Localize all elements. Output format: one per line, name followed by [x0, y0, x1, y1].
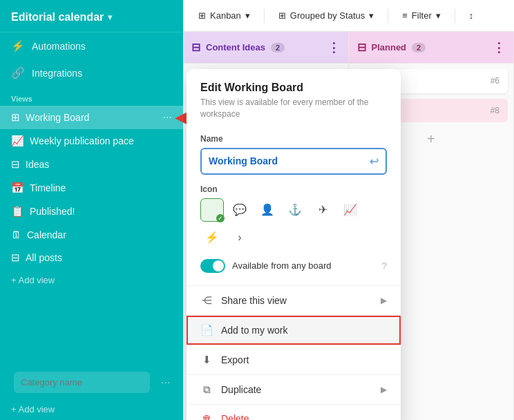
input-check-icon[interactable]: ↩ — [363, 149, 386, 173]
icon-btn-comment[interactable]: 💬 — [228, 198, 251, 222]
icon-label: Icon — [200, 184, 387, 194]
icon-btn-chart[interactable]: 📈 — [339, 198, 362, 222]
grid-icon: ⊟ — [11, 158, 20, 171]
delete-label: Delete — [221, 413, 249, 420]
sidebar-item-timeline[interactable]: 📅 Timeline — [0, 176, 183, 200]
available-toggle[interactable] — [200, 259, 225, 273]
sidebar-item-label: Automations — [32, 41, 86, 52]
modal-overlay: Edit Working Board This view is availabl… — [183, 0, 514, 420]
modal-header: Edit Working Board This view is availabl… — [187, 69, 401, 124]
duplicate-icon: ⧉ — [200, 383, 213, 396]
chevron-down-icon: ▾ — [108, 12, 112, 22]
integrations-icon: 🔗 — [11, 66, 25, 79]
edit-working-board-modal: Edit Working Board This view is availabl… — [187, 69, 401, 420]
sidebar: Editorial calendar ▾ ⚡ Automations 🔗 Int… — [0, 0, 183, 420]
share-label: Share this view — [221, 295, 287, 306]
sidebar-view-label: Working Board — [26, 112, 89, 123]
name-input-row: ↩ — [200, 148, 387, 175]
icon-btn-anchor[interactable]: ⚓ — [283, 198, 307, 222]
sidebar-item-weekly[interactable]: 📈 Weekly publication pace — [0, 129, 183, 153]
share-view-menu-item[interactable]: ⋲ Share this view ▶ — [187, 286, 401, 315]
icon-btn-bolt[interactable]: ⚡ — [200, 226, 224, 249]
modal-subtitle: This view is available for every member … — [200, 97, 387, 120]
person-icon: 👤 — [260, 203, 274, 216]
bolt-icon: ⚡ — [205, 231, 219, 244]
comment-icon: 💬 — [233, 203, 247, 216]
export-label: Export — [221, 354, 249, 365]
board-icon: ⊞ — [11, 111, 20, 124]
icon-btn-plane[interactable]: ✈ — [311, 198, 334, 222]
icon-btn-person[interactable]: 👤 — [256, 198, 279, 222]
plane-icon: ✈ — [318, 203, 327, 216]
sidebar-header[interactable]: Editorial calendar ▾ — [0, 0, 183, 32]
app-title: Editorial calendar — [11, 11, 104, 23]
category-name-input[interactable] — [14, 372, 150, 393]
add-view-label: + Add view — [11, 275, 55, 285]
add-to-work-label: Add to my work — [221, 325, 287, 336]
more-icons-icon: › — [238, 231, 241, 244]
category-dots-icon[interactable]: ··· — [158, 374, 173, 392]
sidebar-view-label: Ideas — [26, 159, 49, 170]
category-row: ··· — [0, 366, 183, 399]
icon-btn-more[interactable]: › — [228, 226, 251, 249]
help-icon[interactable]: ? — [381, 260, 387, 271]
calendar-icon: 🗓 — [11, 229, 21, 240]
add-view-button-2[interactable]: + Add view — [0, 399, 183, 420]
duplicate-label: Duplicate — [221, 384, 261, 395]
automations-icon: ⚡ — [11, 39, 25, 52]
icon-section: Icon 💬 👤 ⚓ — [200, 184, 387, 249]
add-view-2-label: + Add view — [11, 404, 55, 414]
available-toggle-row: Available from any board ? — [200, 259, 387, 273]
list-icon: ⊟ — [11, 251, 20, 264]
sidebar-item-working-board[interactable]: ⊞ Working Board ··· ◀ — [0, 106, 183, 129]
more-options-icon[interactable]: ··· — [163, 111, 172, 124]
name-input[interactable] — [202, 150, 363, 172]
timeline-icon: 📅 — [11, 182, 24, 194]
add-to-my-work-menu-item[interactable]: 📄 Add to my work — [187, 316, 401, 345]
views-section-label: Views — [0, 86, 183, 106]
sidebar-view-label: Published! — [30, 206, 75, 217]
share-chevron-icon: ▶ — [381, 296, 387, 305]
icon-row: 💬 👤 ⚓ ✈ 📈 — [200, 198, 387, 249]
export-icon: ⬇ — [200, 354, 213, 366]
sidebar-item-ideas[interactable]: ⊟ Ideas — [0, 153, 183, 176]
sidebar-view-label: Weekly publication pace — [30, 135, 134, 146]
add-view-button-1[interactable]: + Add view — [0, 269, 183, 291]
sidebar-item-published[interactable]: 📋 Published! — [0, 200, 183, 223]
name-label: Name — [200, 134, 387, 144]
main-content: ⊞ Kanban ▾ ⊞ Grouped by Status ▾ ≡ Filte… — [183, 0, 514, 420]
share-icon: ⋲ — [200, 294, 213, 307]
export-menu-item[interactable]: ⬇ Export — [187, 345, 401, 374]
duplicate-menu-item[interactable]: ⧉ Duplicate ▶ — [187, 375, 401, 404]
available-label: Available from any board — [232, 260, 374, 271]
icon-btn-blank[interactable] — [200, 198, 224, 222]
sidebar-item-calendar[interactable]: 🗓 Calendar — [0, 223, 183, 246]
published-icon: 📋 — [11, 205, 24, 218]
chart-line-icon: 📈 — [343, 203, 357, 216]
duplicate-chevron-icon: ▶ — [381, 385, 387, 394]
sidebar-item-label: Integrations — [32, 68, 82, 79]
modal-title: Edit Working Board — [200, 82, 387, 94]
anchor-icon: ⚓ — [288, 203, 302, 216]
modal-body: Name ↩ Icon 💬 👤 — [187, 124, 401, 285]
delete-menu-item[interactable]: 🗑 Delete — [187, 405, 401, 420]
sidebar-item-integrations[interactable]: 🔗 Integrations — [0, 59, 183, 86]
sidebar-item-all-posts[interactable]: ⊟ All posts — [0, 246, 183, 269]
sidebar-item-automations[interactable]: ⚡ Automations — [0, 32, 183, 59]
toggle-knob — [213, 260, 224, 271]
sidebar-view-label: Timeline — [30, 182, 66, 193]
sidebar-view-label: Calendar — [27, 229, 66, 240]
chart-icon: 📈 — [11, 135, 24, 147]
add-work-icon: 📄 — [200, 324, 213, 336]
sidebar-view-label: All posts — [26, 252, 62, 263]
trash-icon: 🗑 — [200, 413, 213, 420]
